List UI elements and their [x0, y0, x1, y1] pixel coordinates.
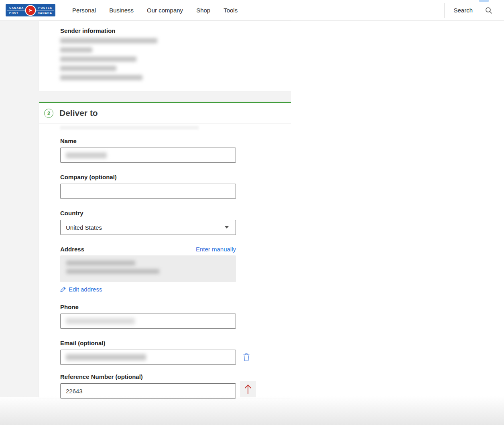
- address-display-box: [60, 255, 236, 282]
- edit-address-row: Edit address: [60, 286, 291, 293]
- redacted-address-line: [66, 261, 135, 265]
- header-divider: [444, 3, 445, 18]
- nav-item-personal[interactable]: Personal: [72, 7, 96, 14]
- address-label: Address: [60, 246, 84, 253]
- reference-field-group: Reference Number (optional): [60, 373, 291, 399]
- main-nav: Personal Business Our company Shop Tools: [72, 7, 238, 14]
- bottom-fade: [0, 396, 504, 425]
- redacted-line: [60, 75, 142, 80]
- email-field-group: Email (optional): [60, 340, 291, 365]
- logo-text-post: POST: [9, 12, 18, 14]
- page-main: Sender information 2 Deliver to Name: [0, 21, 504, 425]
- card-gap: [39, 91, 291, 102]
- phone-field-group: Phone: [60, 304, 291, 329]
- trash-icon[interactable]: [242, 353, 250, 362]
- country-label: Country: [60, 210, 291, 217]
- name-label: Name: [60, 138, 291, 144]
- logo-text-canada-top: CANADA: [9, 6, 24, 9]
- name-input[interactable]: [60, 148, 236, 163]
- nav-item-our-company[interactable]: Our company: [147, 7, 183, 14]
- site-header: CANADA POST POSTES CANADA Personal Busin…: [0, 0, 504, 21]
- reference-number-label: Reference Number (optional): [60, 373, 291, 380]
- reference-row: [60, 383, 291, 399]
- address-label-row: Address Enter manually: [60, 246, 236, 253]
- redacted-faint-line: [60, 126, 199, 130]
- nav-item-business[interactable]: Business: [109, 7, 134, 14]
- company-field-group: Company (optional): [60, 174, 291, 199]
- nav-item-tools[interactable]: Tools: [224, 7, 238, 14]
- country-select[interactable]: United States: [60, 220, 236, 235]
- company-input[interactable]: [60, 184, 236, 199]
- nav-item-shop[interactable]: Shop: [196, 7, 210, 14]
- deliver-to-header: 2 Deliver to: [39, 103, 291, 123]
- name-field-group: Name: [60, 138, 291, 163]
- redacted-address-line: [66, 269, 159, 274]
- deliver-to-card: 2 Deliver to Name Company (optional) Cou…: [39, 102, 291, 399]
- phone-input[interactable]: [60, 314, 236, 329]
- deliver-to-form: Name Company (optional) Country United S…: [39, 123, 291, 399]
- company-label: Company (optional): [60, 174, 291, 180]
- country-field-group: Country United States: [60, 210, 291, 235]
- search-label[interactable]: Search: [453, 7, 473, 14]
- redacted-value: [66, 318, 135, 324]
- top-edge-artifact: [479, 0, 489, 2]
- enter-manually-link[interactable]: Enter manually: [196, 246, 236, 253]
- logo-text-canada-bottom: CANADA: [38, 12, 52, 14]
- search-icon[interactable]: [485, 6, 493, 14]
- sender-information-title: Sender information: [60, 27, 291, 34]
- redacted-line: [60, 47, 92, 53]
- email-input[interactable]: [60, 350, 236, 365]
- redacted-line: [60, 57, 136, 62]
- address-field-group: Address Enter manually: [60, 246, 291, 293]
- sender-information-card: Sender information: [39, 21, 291, 91]
- back-to-top-button[interactable]: [240, 381, 256, 397]
- reference-number-input[interactable]: [60, 383, 236, 399]
- canada-post-logo[interactable]: CANADA POST POSTES CANADA: [6, 4, 55, 16]
- edit-address-link[interactable]: Edit address: [69, 286, 102, 293]
- up-arrow-icon: [244, 384, 252, 395]
- email-row: [60, 350, 291, 365]
- header-right: Search: [444, 0, 504, 20]
- country-selected-value: United States: [66, 224, 102, 231]
- logo-text-postes: POSTES: [39, 6, 52, 9]
- checkout-column: Sender information 2 Deliver to Name: [39, 21, 291, 399]
- redacted-value: [66, 354, 146, 360]
- logo-wing-icon: [25, 5, 36, 16]
- phone-label: Phone: [60, 304, 291, 310]
- redacted-value: [66, 152, 107, 158]
- email-label: Email (optional): [60, 340, 291, 346]
- redacted-line: [60, 66, 116, 71]
- step-number-badge: 2: [44, 109, 53, 118]
- pencil-icon: [60, 286, 66, 292]
- deliver-to-title: Deliver to: [59, 108, 98, 118]
- sender-redacted-details: [60, 38, 291, 80]
- chevron-down-icon: [225, 226, 229, 229]
- redacted-line: [60, 38, 157, 43]
